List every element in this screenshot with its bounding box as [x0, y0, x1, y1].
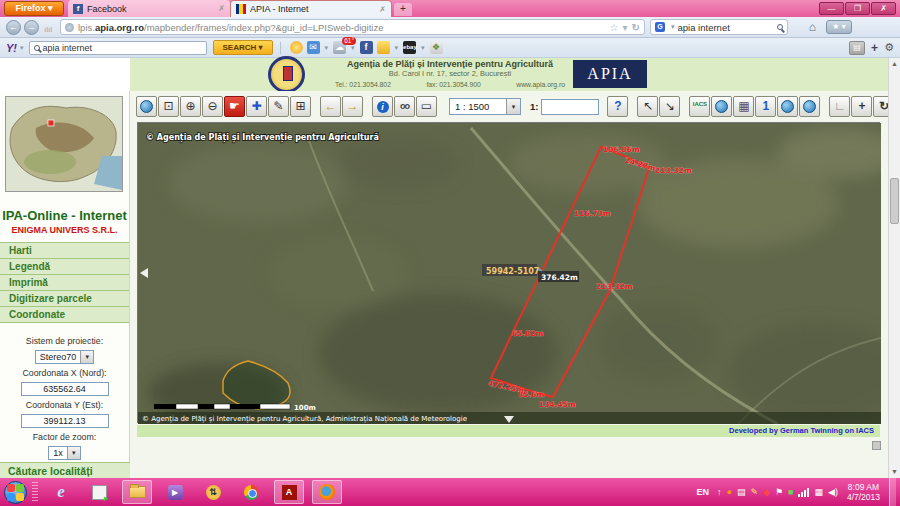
- search-binoculars-button[interactable]: oo: [394, 96, 415, 117]
- resize-grip[interactable]: [872, 441, 881, 450]
- bookmarks-button[interactable]: ★ ▾: [826, 20, 852, 34]
- engine-dropdown-icon[interactable]: ▾: [671, 23, 675, 31]
- yahoo-dropdown-icon[interactable]: ▾: [20, 44, 24, 52]
- facebook-icon[interactable]: f: [360, 41, 373, 54]
- clock[interactable]: 8:09 AM 4/7/2013: [847, 482, 880, 502]
- scrollbar-thumb[interactable]: [890, 178, 899, 224]
- feature-info-button[interactable]: i: [372, 96, 393, 117]
- search-engine-icon[interactable]: G: [655, 22, 665, 32]
- move-vertex-button[interactable]: ↘: [659, 96, 680, 117]
- tab-close-icon[interactable]: ✗: [218, 4, 225, 13]
- sidebar-item-imprima[interactable]: Imprimă: [0, 275, 129, 291]
- chat-dropdown-icon[interactable]: ▾: [395, 44, 399, 52]
- gear-icon[interactable]: ⚙: [884, 41, 894, 54]
- zoom-out-button[interactable]: ⊖: [202, 96, 223, 117]
- scroll-up-icon[interactable]: ▲: [889, 58, 900, 70]
- chevron-down-icon[interactable]: ▾: [80, 351, 93, 363]
- agency-website[interactable]: www.apia.org.ro: [516, 81, 565, 88]
- new-tab-button[interactable]: +: [394, 3, 412, 16]
- drag-map-button[interactable]: ⊞: [290, 96, 311, 117]
- taskbar-media-player-icon[interactable]: ▶: [160, 480, 190, 504]
- coordinate-y-input[interactable]: [21, 414, 109, 428]
- ebay-dropdown-icon[interactable]: ▾: [421, 44, 425, 52]
- address-bar[interactable]: lpis.apia.org.ro/mapbender/frames/index.…: [60, 19, 645, 35]
- zoom-in-button[interactable]: ⊕: [180, 96, 201, 117]
- pan-hand-button-active[interactable]: ☛: [224, 96, 245, 117]
- tray-flag-icon[interactable]: ⚑: [775, 487, 783, 497]
- satellite-map-viewport[interactable]: © Agenția de Plăți și Intervenție pentru…: [137, 122, 880, 423]
- site-identity-icon[interactable]: [65, 23, 74, 32]
- measure-one-button[interactable]: 1: [755, 96, 776, 117]
- volume-icon[interactable]: ◀): [828, 487, 838, 497]
- yahoo-search-button[interactable]: SEARCH ▾: [213, 40, 273, 55]
- iacs-button[interactable]: IACS: [689, 96, 710, 117]
- measure-button[interactable]: ▭: [416, 96, 437, 117]
- history-back-button[interactable]: ←: [320, 96, 341, 117]
- satellite-map[interactable]: © Agenția de Plăți și Intervenție pentru…: [138, 123, 881, 424]
- history-forward-button[interactable]: →: [342, 96, 363, 117]
- scale-input[interactable]: [541, 99, 599, 115]
- firefox-menu-button[interactable]: Firefox ▾: [4, 1, 64, 16]
- sidebar-item-legenda[interactable]: Legendă: [0, 259, 129, 275]
- export-layer-button[interactable]: [799, 96, 820, 117]
- sidebar-item-digitizare[interactable]: Digitizare parcele: [0, 291, 129, 307]
- tray-document-icon[interactable]: ▤: [737, 487, 746, 497]
- minimize-button[interactable]: —: [819, 2, 844, 15]
- tab-apia-internet[interactable]: APIA - Internet ✗: [230, 0, 392, 17]
- add-point-button[interactable]: +: [851, 96, 872, 117]
- tray-status-icon[interactable]: ●: [727, 487, 732, 497]
- zoom-factor-select[interactable]: 1x ▾: [48, 446, 81, 460]
- layer-window-button[interactable]: [777, 96, 798, 117]
- full-extent-globe-button[interactable]: [136, 96, 157, 117]
- recenter-button[interactable]: ✚: [246, 96, 267, 117]
- coordinate-x-input[interactable]: [21, 382, 109, 396]
- maximize-button[interactable]: ❐: [845, 2, 870, 15]
- taskbar-firefox-icon[interactable]: [312, 480, 342, 504]
- taskbar-adobe-reader-icon[interactable]: A: [274, 480, 304, 504]
- tray-app-icon[interactable]: ■: [788, 487, 793, 497]
- sidebar-item-harti[interactable]: Harti: [0, 243, 129, 259]
- network-icon[interactable]: ▦: [814, 487, 823, 497]
- sidebar-item-coordonate[interactable]: Coordonate: [0, 307, 129, 323]
- apps-icon[interactable]: ❖: [430, 41, 443, 54]
- help-button[interactable]: ?: [607, 96, 628, 117]
- add-toolbar-button[interactable]: +: [871, 41, 878, 55]
- chevron-down-icon[interactable]: ▾: [506, 99, 520, 114]
- node-tool-button[interactable]: ∟: [829, 96, 850, 117]
- page-scrollbar[interactable]: ▲ ▼: [888, 58, 900, 478]
- language-indicator[interactable]: EN: [697, 487, 710, 497]
- bookmark-star-icon[interactable]: ☆: [610, 22, 619, 33]
- mail-icon[interactable]: ✉: [307, 41, 320, 54]
- taskbar-updown-icon[interactable]: ⇅: [198, 480, 228, 504]
- mail-dropdown-icon[interactable]: ▾: [325, 44, 329, 52]
- ebay-icon[interactable]: ebay: [403, 41, 416, 54]
- yahoo-logo[interactable]: Y!: [6, 42, 17, 54]
- yahoo-search-input[interactable]: apia internet: [29, 41, 207, 55]
- chevron-down-icon[interactable]: ▾: [67, 447, 80, 459]
- back-button[interactable]: ←: [6, 20, 21, 35]
- romania-overview-map[interactable]: [5, 96, 123, 192]
- reload-icon[interactable]: ↻: [632, 22, 640, 33]
- messenger-smiley-icon[interactable]: [290, 41, 303, 54]
- url-dropdown-icon[interactable]: ▾: [623, 22, 628, 33]
- home-icon[interactable]: ⌂: [809, 20, 816, 34]
- search-icon[interactable]: [777, 24, 783, 30]
- taskbar-installer-icon[interactable]: [84, 480, 114, 504]
- chat-icon[interactable]: [377, 41, 390, 54]
- tray-pen-icon[interactable]: ✎: [750, 487, 758, 497]
- list-button[interactable]: ▤: [849, 41, 865, 55]
- tab-facebook[interactable]: f Facebook ✗: [68, 0, 230, 17]
- show-desktop-button[interactable]: [889, 478, 896, 506]
- weather-icon[interactable]: ☁61°: [333, 41, 346, 54]
- browser-search-field[interactable]: G ▾ apia internet: [650, 19, 788, 35]
- scroll-down-icon[interactable]: ▼: [889, 466, 900, 478]
- tray-adobe-icon[interactable]: ◆: [763, 487, 770, 497]
- close-button[interactable]: ✗: [871, 2, 896, 15]
- sidebar-item-cautare-localitati[interactable]: Căutare localități: [0, 462, 130, 478]
- taskbar-ie-icon[interactable]: e: [46, 480, 76, 504]
- tab-close-icon[interactable]: ✗: [379, 5, 386, 14]
- grid-button[interactable]: ▦: [733, 96, 754, 117]
- scale-select[interactable]: 1 : 1500 ▾: [449, 98, 521, 115]
- zoom-window-button[interactable]: ⊡: [158, 96, 179, 117]
- projection-select[interactable]: Stereo70 ▾: [35, 350, 95, 364]
